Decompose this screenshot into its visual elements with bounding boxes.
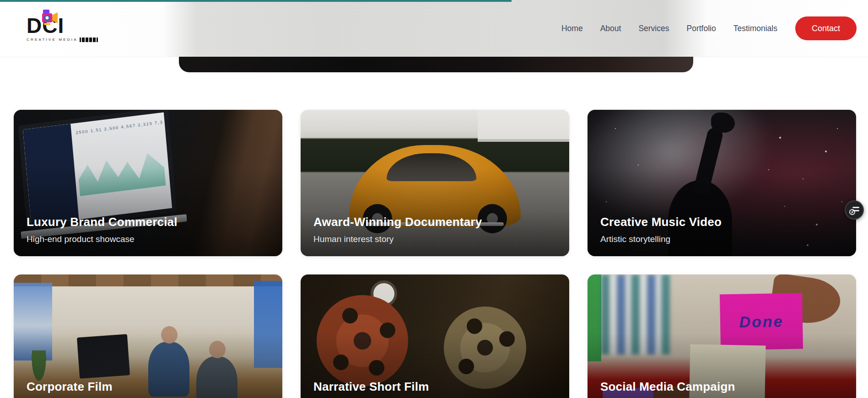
nav-item-services[interactable]: Services xyxy=(638,24,669,33)
site-header: DC I CREATIVE MEDIA Home About Services … xyxy=(0,0,868,57)
scroll-progress-bar xyxy=(0,0,512,2)
card-title: Corporate Film xyxy=(27,380,273,394)
card-subtitle: Human interest story xyxy=(313,234,560,244)
card-title: Luxury Brand Commercial xyxy=(27,215,273,229)
logo-filmstrip xyxy=(80,38,98,42)
portfolio-card-narrative-short-film[interactable]: Narrative Short Film Festival selection xyxy=(301,274,569,398)
list-play-icon xyxy=(846,201,863,219)
floating-widget-button[interactable] xyxy=(845,200,864,220)
portfolio-card-award-winning-documentary[interactable]: Award-Winning Documentary Human interest… xyxy=(301,110,569,256)
nav-item-portfolio[interactable]: Portfolio xyxy=(687,24,716,33)
nav-item-home[interactable]: Home xyxy=(561,24,583,33)
particle-dots xyxy=(588,110,588,111)
camera-icon xyxy=(39,8,59,28)
card-title: Award-Winning Documentary xyxy=(313,215,560,229)
card-subtitle: High-end product showcase xyxy=(27,234,273,244)
card-title: Narrative Short Film xyxy=(313,380,560,394)
nav-item-testimonials[interactable]: Testimonials xyxy=(733,24,777,33)
nav-item-about[interactable]: About xyxy=(600,24,621,33)
card-subtitle: Artistic storytelling xyxy=(600,234,847,244)
portfolio-card-luxury-brand-commercial[interactable]: 2500 1.51 2,500 4,567 2,315 7,325 Luxury… xyxy=(14,110,282,256)
main-nav: Home About Services Portfolio Testimonia… xyxy=(561,24,777,33)
portfolio-card-social-media-campaign[interactable]: Done Doing Social Media Campaign Viral c… xyxy=(588,274,856,398)
contact-button[interactable]: Contact xyxy=(795,16,857,40)
logo-letter: I xyxy=(58,15,64,36)
portfolio-card-corporate-film[interactable]: Corporate Film Brand storytelling xyxy=(14,274,282,398)
portfolio-grid: 2500 1.51 2,500 4,567 2,315 7,325 Luxury… xyxy=(14,110,856,398)
brand-logo[interactable]: DC I CREATIVE MEDIA xyxy=(27,15,98,42)
card-title: Creative Music Video xyxy=(600,215,847,229)
logo-tagline: CREATIVE MEDIA xyxy=(27,38,78,42)
portfolio-card-creative-music-video[interactable]: Creative Music Video Artistic storytelli… xyxy=(588,110,856,256)
card-title: Social Media Campaign xyxy=(600,380,847,394)
